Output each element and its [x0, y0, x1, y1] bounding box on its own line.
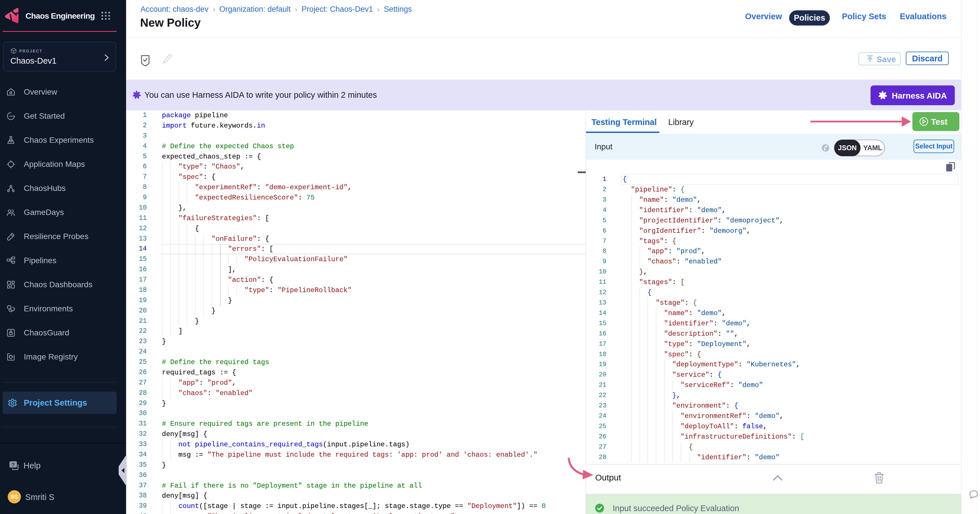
svg-text:?: ?	[12, 462, 14, 467]
